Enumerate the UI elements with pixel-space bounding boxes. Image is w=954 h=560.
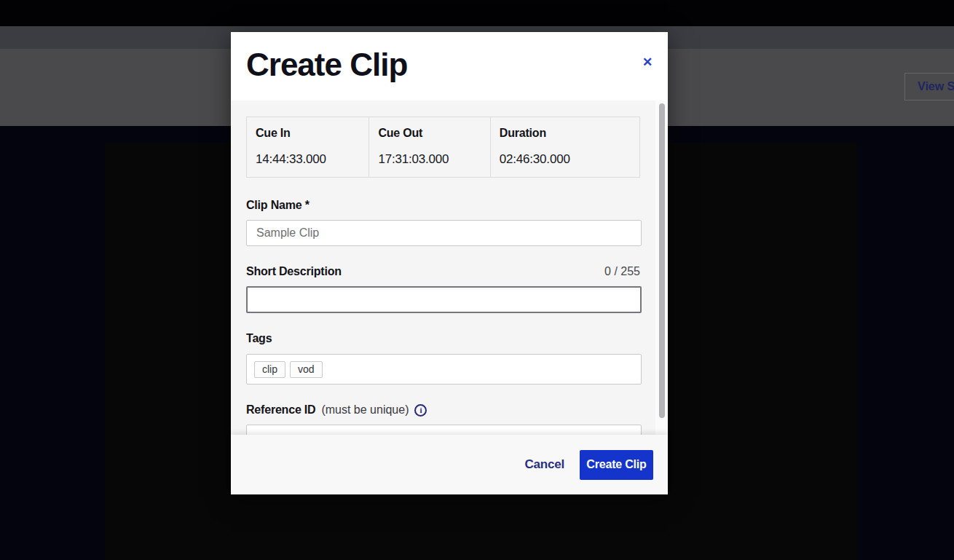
- modal-footer: Cancel Create Clip: [231, 435, 668, 494]
- cue-out-column: Cue Out 17:31:03.000: [368, 117, 489, 177]
- cancel-button[interactable]: Cancel: [524, 457, 564, 472]
- modal-scrollbar-thumb[interactable]: [659, 103, 665, 418]
- modal-header: Create Clip ✕: [231, 32, 668, 100]
- cue-out-value: 17:31:03.000: [378, 152, 481, 167]
- clip-name-input[interactable]: [246, 220, 642, 246]
- reference-id-hint: (must be unique): [321, 403, 409, 417]
- create-clip-modal: Create Clip ✕ Cue In 14:44:33.000 Cue Ou…: [231, 32, 668, 494]
- short-description-label: Short Description: [246, 265, 342, 278]
- close-icon[interactable]: ✕: [639, 54, 656, 71]
- char-counter: 0 / 255: [604, 265, 640, 278]
- modal-scrollbar-track[interactable]: [655, 100, 668, 435]
- cue-in-value: 14:44:33.000: [256, 152, 360, 167]
- short-description-section: Short Description 0 / 255: [246, 265, 640, 313]
- tags-section: Tags clip vod: [246, 332, 640, 384]
- create-clip-button[interactable]: Create Clip: [580, 450, 653, 480]
- tags-input[interactable]: clip vod: [246, 354, 642, 384]
- modal-title: Create Clip: [246, 47, 407, 83]
- clip-name-section: Clip Name *: [246, 199, 640, 246]
- top-black-bar: [0, 0, 954, 26]
- cue-in-header: Cue In: [256, 127, 360, 140]
- duration-column: Duration 02:46:30.000: [490, 117, 639, 177]
- tag-chip[interactable]: clip: [254, 361, 285, 378]
- reference-id-label: Reference ID: [246, 403, 315, 417]
- short-description-textarea[interactable]: [246, 286, 642, 313]
- clip-name-label: Clip Name *: [246, 199, 310, 212]
- duration-value: 02:46:30.000: [500, 152, 631, 167]
- info-icon[interactable]: i: [414, 404, 427, 417]
- reference-id-section: Reference ID (must be unique) i: [246, 403, 640, 435]
- cue-in-column: Cue In 14:44:33.000: [247, 117, 368, 177]
- view-saved-button[interactable]: View Sav: [904, 73, 954, 100]
- duration-header: Duration: [500, 127, 631, 140]
- reference-id-input[interactable]: [246, 425, 642, 435]
- cue-out-header: Cue Out: [378, 127, 481, 140]
- tags-label: Tags: [246, 332, 640, 345]
- tag-chip[interactable]: vod: [290, 361, 323, 378]
- modal-body: Cue In 14:44:33.000 Cue Out 17:31:03.000…: [231, 100, 668, 435]
- cue-table: Cue In 14:44:33.000 Cue Out 17:31:03.000…: [246, 117, 640, 178]
